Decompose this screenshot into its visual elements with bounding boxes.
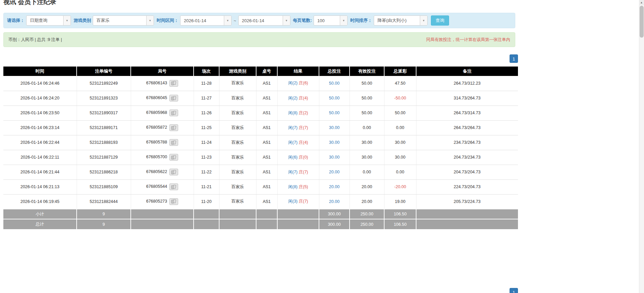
view-cards-button[interactable] (169, 198, 178, 205)
total-bet-link[interactable]: 50.00 (329, 81, 339, 86)
payout-cell: 47.50 (384, 76, 416, 91)
round-cell: 676805788 (131, 135, 194, 150)
pagination-page-button[interactable]: 1 (510, 288, 518, 293)
game-type-label: 游戏类别 (74, 17, 91, 24)
round-cell: 676805700 (131, 150, 194, 165)
pagination-page-button[interactable]: 1 (510, 54, 518, 63)
summary-label-cell: 小计 (3, 209, 77, 219)
view-cards-button[interactable] (169, 124, 178, 131)
note-cell: 264.73/264.73 (416, 120, 518, 135)
table-row: 2026-01-14 06:24:20523121891323676806045… (3, 91, 518, 106)
bet-records-table-wrap: 时间注单编号局号场次游戏类别桌号结果总投注有效投注总派彩备注 2026-01-1… (3, 67, 518, 229)
table-row: 2026-01-14 06:21:44523121886218676805622… (3, 165, 518, 179)
column-header: 结果 (277, 67, 319, 76)
column-header: 注单编号 (77, 67, 131, 76)
game-type-cell: 百家乐 (219, 165, 256, 179)
column-header: 备注 (416, 67, 518, 76)
total-bet-link[interactable]: 20.00 (329, 170, 339, 174)
result-player: 闲(8) (288, 111, 297, 115)
bet-id-cell: 523121892249 (77, 76, 131, 91)
game-type-cell: 百家乐 (219, 135, 256, 150)
table-row: 2026-01-14 06:22:44523121888193676805788… (3, 135, 518, 150)
scrollbar-track[interactable] (639, 0, 644, 293)
valid-bet-cell: 50.00 (350, 76, 384, 91)
time-cell: 2026-01-14 06:19:45 (3, 194, 77, 209)
view-cards-button[interactable] (169, 183, 178, 190)
view-cards-button[interactable] (169, 80, 178, 87)
summary-empty-cell (256, 219, 277, 229)
page-size-value: 100 (314, 18, 340, 23)
sort-select[interactable]: 降幂(由大到小) ▼ (374, 15, 428, 26)
pagination-bottom: 1 (510, 288, 518, 293)
summary-bar: 币别：人民币 | 总共 :9 注单 | 同局有效投注，统一计算在该局第一张注单内 (3, 32, 515, 47)
chevron-down-icon: ▼ (340, 16, 347, 25)
summary-info: 币别：人民币 | 总共 :9 注单 | (8, 37, 62, 43)
round-number: 676805788 (146, 140, 167, 144)
round-cell: 676805544 (131, 179, 194, 194)
total-bet-link[interactable]: 30.00 (329, 140, 339, 145)
game-type-cell: 百家乐 (219, 120, 256, 135)
result-cell: 闲(8) 庄(5) (277, 179, 319, 194)
date-from-select[interactable]: 2026-01-14 ▼ (180, 15, 232, 26)
table-summary-row: 小计9300.00250.00106.50 (3, 209, 518, 219)
view-cards-button[interactable] (169, 169, 178, 175)
total-bet-link[interactable]: 50.00 (329, 111, 339, 115)
result-banker: 庄(7) (299, 199, 308, 204)
note-cell: 205.73/224.73 (416, 194, 518, 209)
result-banker: 庄(4) (299, 96, 308, 100)
summary-empty-cell (219, 209, 256, 219)
result-player: 闲(8) (288, 184, 297, 189)
total-bet-link[interactable]: 20.00 (329, 199, 339, 204)
result-cell: 闲(2) 庄(4) (277, 91, 319, 106)
total-bet-cell: 30.00 (319, 120, 350, 135)
note-cell: 314.73/264.73 (416, 91, 518, 106)
total-bet-link[interactable]: 30.00 (329, 125, 339, 130)
cards-icon (171, 170, 176, 174)
view-cards-button[interactable] (169, 95, 178, 101)
note-cell: 224.73/204.73 (416, 179, 518, 194)
session-cell: 11-25 (194, 120, 219, 135)
summary-empty-cell (131, 209, 194, 219)
summary-label-cell: 总计 (3, 219, 77, 229)
total-bet-cell: 30.00 (319, 150, 350, 165)
pagination-top: 1 (510, 54, 518, 63)
total-bet-link[interactable]: 20.00 (329, 184, 339, 189)
result-banker: 庄(6) (299, 81, 308, 85)
valid-bet-cell: 50.00 (350, 91, 384, 106)
game-type-select[interactable]: 百家乐 ▼ (93, 15, 154, 26)
view-cards-button[interactable] (169, 154, 178, 161)
table-no-cell: AS1 (256, 179, 277, 194)
view-cards-button[interactable] (169, 110, 178, 116)
result-cell: 闲(2) 庄(6) (277, 76, 319, 91)
summary-payout-cell: 106.50 (384, 209, 416, 219)
column-header: 总派彩 (384, 67, 416, 76)
total-bet-link[interactable]: 50.00 (329, 96, 339, 100)
query-type-value: 日期查询 (27, 17, 63, 24)
page-size-select[interactable]: 100 ▼ (314, 15, 348, 26)
valid-bet-cell: 0.00 (350, 120, 384, 135)
total-bet-link[interactable]: 30.00 (329, 155, 339, 160)
query-type-select[interactable]: 日期查询 ▼ (26, 15, 71, 26)
date-from-value: 2026-01-14 (180, 18, 224, 23)
column-header: 场次 (194, 67, 219, 76)
view-cards-button[interactable] (169, 139, 178, 146)
search-button[interactable]: 查询 (431, 15, 449, 26)
cards-icon (171, 126, 176, 130)
result-player: 闲(7) (288, 125, 297, 130)
table-no-cell: AS1 (256, 135, 277, 150)
cards-icon (171, 199, 176, 204)
game-type-cell: 百家乐 (219, 194, 256, 209)
round-number: 676806143 (146, 81, 167, 85)
valid-bet-cell: 30.00 (350, 150, 384, 165)
date-to-select[interactable]: 2026-01-14 ▼ (238, 15, 290, 26)
table-no-cell: AS1 (256, 194, 277, 209)
column-header: 桌号 (256, 67, 277, 76)
summary-empty-cell (219, 219, 256, 229)
scroll-up-button[interactable]: ▲ (639, 0, 644, 5)
scrollbar-thumb[interactable] (640, 6, 644, 38)
payout-cell: 50.00 (384, 106, 416, 120)
table-no-cell: AS1 (256, 91, 277, 106)
summary-empty-cell (256, 209, 277, 219)
summary-empty-cell (416, 219, 518, 229)
session-cell: 11-26 (194, 106, 219, 120)
